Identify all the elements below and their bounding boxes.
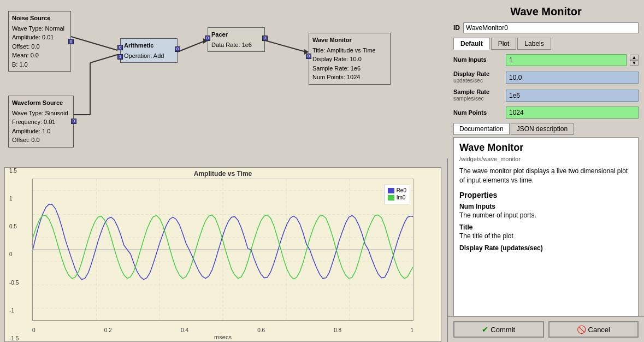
docs-properties-heading: Properties	[459, 191, 633, 199]
num-points-label: Num Points	[453, 109, 503, 116]
tab-labels[interactable]: Labels	[517, 38, 551, 50]
noise-source-wave-type: Wave Type: Normal	[12, 24, 67, 33]
noise-source-title: Noise Source	[12, 14, 67, 23]
num-inputs-row: Num Inputs ▲ ▼	[453, 54, 639, 66]
num-inputs-spinner[interactable]: ▲ ▼	[630, 55, 639, 66]
noise-source-output-port[interactable]: 0	[68, 39, 74, 44]
waveform-source-offset: Offset: 0.0	[12, 135, 70, 145]
num-inputs-down[interactable]: ▼	[630, 60, 639, 66]
arithmetic-block[interactable]: Arithmetic Operation: Add 0 1 0	[120, 38, 178, 63]
display-rate-input[interactable]	[506, 72, 639, 84]
waveform-source-amplitude: Amplitude: 1.0	[12, 127, 70, 136]
pacer-output-port[interactable]: 0	[262, 36, 268, 41]
waveform-source-block[interactable]: Waveform Source Wave Type: Sinusoid Freq…	[8, 96, 74, 148]
waveform-source-wave-type: Wave Type: Sinusoid	[12, 109, 70, 118]
tab-plot[interactable]: Plot	[491, 38, 517, 50]
svg-line-0	[71, 37, 117, 50]
pacer-block[interactable]: Pacer Data Rate: 1e6 0 0	[208, 27, 265, 52]
waveform-source-frequency: Frequency: 0.01	[12, 117, 70, 127]
display-rate-row: Display Rate updates/sec	[453, 70, 639, 84]
docs-tabs: Documentation JSON description	[448, 123, 644, 135]
docs-panel: Wave Monitor /widgets/wave_monitor The w…	[453, 137, 639, 316]
left-panel: Noise Source Wave Type: Normal Amplitude…	[0, 0, 448, 342]
legend-re0: Re0	[388, 187, 406, 193]
cancel-button[interactable]: 🚫 Cancel	[548, 321, 639, 338]
arithmetic-input-port-1[interactable]: 1	[117, 54, 123, 60]
tab-default[interactable]: Default	[453, 38, 490, 50]
svg-line-3	[90, 55, 117, 63]
chart-svg	[33, 179, 413, 320]
arithmetic-output-port[interactable]: 0	[175, 46, 180, 52]
flow-area: Noise Source Wave Type: Normal Amplitude…	[0, 0, 448, 158]
id-input[interactable]	[463, 22, 639, 33]
docs-prop-display-rate-title: Display Rate (updates/sec)	[459, 244, 633, 252]
bottom-buttons: ✔ Commit 🚫 Cancel	[448, 316, 644, 342]
num-points-row: Num Points	[453, 107, 639, 119]
svg-line-6	[265, 40, 306, 52]
im0-label: Im0	[397, 194, 406, 201]
im0-color	[388, 195, 394, 201]
commit-label: Commit	[491, 326, 515, 334]
legend-im0: Im0	[388, 194, 406, 201]
re0-color	[388, 188, 394, 193]
y-axis-labels: 1.5 1 0.5 0 -0.5 -1 -1.5	[9, 168, 19, 341]
wave-monitor-flow-num-points: Num Points: 1024	[312, 73, 387, 82]
sample-rate-label: Sample Rate samples/sec	[453, 89, 503, 102]
waveform-source-output-port[interactable]: 0	[71, 119, 76, 124]
display-rate-label: Display Rate updates/sec	[453, 70, 503, 84]
properties-area: Num Inputs ▲ ▼ Display Rate updates/sec …	[448, 54, 644, 123]
noise-source-mean: Mean: 0.0	[12, 51, 67, 60]
docs-prop-title-title: Title	[459, 223, 633, 231]
docs-prop-num-inputs-title: Num Inputs	[459, 203, 633, 210]
wave-monitor-flow-display-rate: Display Rate: 10.0	[312, 55, 387, 64]
chart-container: Amplitude vs Time 1.5 1 0.5 0 -0.5 -1 -1…	[4, 167, 441, 342]
wave-monitor-flow-block[interactable]: Wave Monitor Title: Amplitude vs Time Di…	[309, 33, 391, 85]
wave-monitor-flow-title: Wave Monitor	[312, 36, 387, 45]
num-points-input[interactable]	[506, 107, 639, 119]
pacer-title: Pacer	[211, 30, 261, 39]
tab-json-description[interactable]: JSON description	[511, 123, 574, 135]
sample-rate-row: Sample Rate samples/sec	[453, 89, 639, 102]
docs-title: Wave Monitor	[459, 142, 633, 154]
chart-legend: Re0 Im0	[384, 185, 410, 204]
noise-source-block[interactable]: Noise Source Wave Type: Normal Amplitude…	[8, 11, 71, 72]
arithmetic-title: Arithmetic	[124, 41, 174, 50]
noise-source-b: B: 1.0	[12, 60, 67, 69]
sample-rate-input[interactable]	[506, 90, 639, 102]
re0-label: Re0	[397, 187, 406, 193]
noise-source-amplitude: Amplitude: 0.01	[12, 33, 67, 42]
noise-source-offset: Offset: 0.0	[12, 42, 67, 51]
tab-documentation[interactable]: Documentation	[453, 123, 510, 135]
num-inputs-label: Num Inputs	[453, 56, 503, 63]
cancel-label: Cancel	[588, 326, 610, 334]
docs-path: /widgets/wave_monitor	[459, 156, 633, 162]
num-inputs-up[interactable]: ▲	[630, 55, 639, 60]
wave-monitor-input-port[interactable]: 0	[306, 54, 311, 59]
panel-title: Wave Monitor	[448, 0, 644, 22]
commit-button[interactable]: ✔ Commit	[453, 321, 544, 338]
wave-monitor-flow-sample-rate: Sample Rate: 1e6	[312, 64, 387, 73]
waveform-source-title: Waveform Source	[12, 98, 70, 108]
x-axis-title: msecs	[214, 334, 232, 340]
chart-plot-area: Re0 Im0	[32, 179, 413, 321]
arithmetic-operation: Operation: Add	[124, 51, 174, 61]
x-axis-labels: 0 0.2 0.4 0.6 0.8 1	[32, 327, 413, 333]
docs-description: The wave monitor plot displays a live tw…	[459, 167, 633, 185]
id-row: ID	[448, 22, 644, 38]
docs-prop-num-inputs-desc: The number of input ports.	[459, 211, 633, 219]
svg-line-4	[178, 41, 205, 52]
cancel-icon: 🚫	[577, 325, 586, 334]
chart-title: Amplitude vs Time	[5, 168, 441, 179]
right-panel: Wave Monitor ID Default Plot Labels Num …	[448, 0, 644, 342]
docs-prop-title-desc: The title of the plot	[459, 232, 633, 240]
wave-monitor-flow-chart-title: Title: Amplitude vs Time	[312, 46, 387, 55]
pacer-data-rate: Data Rate: 1e6	[211, 40, 261, 50]
id-label: ID	[453, 24, 460, 32]
num-inputs-input[interactable]	[506, 54, 627, 66]
check-icon: ✔	[482, 325, 488, 334]
arithmetic-input-port-0[interactable]: 0	[117, 45, 123, 50]
pacer-input-port[interactable]: 0	[205, 36, 210, 41]
property-tabs: Default Plot Labels	[448, 38, 644, 50]
